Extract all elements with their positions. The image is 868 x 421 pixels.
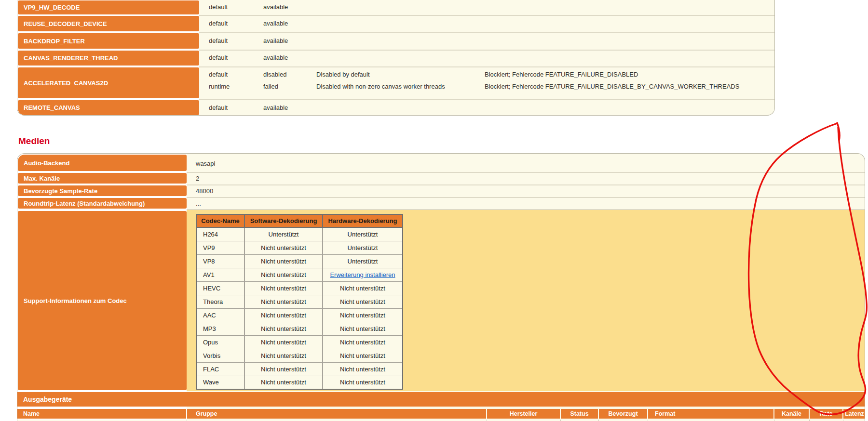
out-col-gruppe: Gruppe (187, 409, 486, 419)
row-divider (187, 184, 865, 185)
out-col-rate: Rate (810, 409, 842, 419)
codec-hardware-support: Nicht unterstützt (323, 362, 403, 376)
codec-name: FLAC (196, 362, 244, 376)
codec-row: VP8 Nicht unterstützt Unterstützt (196, 254, 403, 268)
feature-message: Disabled with non-zero canvas worker thr… (316, 83, 445, 90)
media-row-label: Bevorzugte Sample-Rate (18, 185, 187, 196)
media-row-label: Roundtrip-Latenz (Standardabweichung) (18, 198, 187, 209)
install-extension-link[interactable]: Erweiterung installieren (330, 271, 395, 278)
codec-hardware-support: Unterstützt (323, 227, 403, 241)
codec-hardware-support: Nicht unterstützt (323, 349, 403, 362)
codec-row: Theora Nicht unterstützt Nicht unterstüt… (196, 295, 403, 308)
codec-hardware-support: Nicht unterstützt (323, 308, 403, 322)
codec-hardware-support: Nicht unterstützt (323, 281, 403, 295)
codec-software-support: Nicht unterstützt (244, 376, 323, 389)
codec-name: MP3 (196, 322, 244, 335)
feature-status: available (263, 20, 288, 27)
codec-row: MP3 Nicht unterstützt Nicht unterstützt (196, 322, 403, 335)
codec-name: Opus (196, 335, 244, 349)
codec-software-support: Nicht unterstützt (244, 308, 323, 322)
codec-software-support: Nicht unterstützt (244, 322, 323, 335)
feature-label: BACKDROP_FILTER (18, 33, 199, 49)
feature-status: available (263, 104, 288, 111)
media-value: 48000 (196, 187, 213, 195)
troubleshooting-page: VP9_HW_DECODE REUSE_DECODER_DEVICE BACKD… (0, 0, 868, 421)
feature-failure-id: Blockiert; Fehlercode FEATURE_FAILURE_DI… (485, 83, 739, 90)
media-row-label-codec: Support-Informationen zum Codec (18, 211, 187, 390)
row-divider (187, 209, 865, 210)
codec-row: H264 Unterstützt Unterstützt (196, 227, 403, 241)
codec-row: Vorbis Nicht unterstützt Nicht unterstüt… (196, 349, 403, 362)
feature-source: default (209, 37, 228, 44)
media-value: ... (196, 200, 201, 207)
row-divider (199, 99, 774, 100)
feature-status: available (263, 37, 288, 44)
codec-name: H264 (196, 227, 244, 241)
codec-name: AAC (196, 308, 244, 322)
codec-name: HEVC (196, 281, 244, 295)
codec-hardware-support: Nicht unterstützt (323, 335, 403, 349)
codec-col-header: Codec-Name (196, 214, 244, 227)
row-divider (199, 32, 774, 33)
out-col-format: Format (648, 409, 773, 419)
row-divider (199, 50, 774, 51)
out-col-name: Name (17, 409, 186, 419)
codec-name: Vorbis (196, 349, 244, 362)
row-divider (187, 197, 865, 198)
codec-row: VP9 Nicht unterstützt Unterstützt (196, 241, 403, 254)
codec-software-support: Nicht unterstützt (244, 295, 323, 308)
feature-source: default (209, 3, 228, 11)
codec-row: FLAC Nicht unterstützt Nicht unterstützt (196, 362, 403, 376)
row-divider (199, 66, 774, 67)
codec-name: VP9 (196, 241, 244, 254)
feature-label: ACCELERATED_CANVAS2D (18, 67, 199, 98)
codec-support-table: Codec-Name Software-Dekodierung Hardware… (196, 214, 403, 390)
codec-row: Opus Nicht unterstützt Nicht unterstützt (196, 335, 403, 349)
feature-source: default (209, 71, 228, 78)
codec-hardware-support: Unterstützt (323, 254, 403, 268)
out-col-latenz: Latenz (843, 409, 865, 419)
codec-name: Theora (196, 295, 244, 308)
feature-failure-id: Blockiert; Fehlercode FEATURE_FAILURE_DI… (485, 71, 638, 78)
feature-source: default (209, 104, 228, 111)
media-value: wasapi (196, 160, 215, 167)
codec-hardware-support: Unterstützt (323, 241, 403, 254)
codec-software-support: Nicht unterstützt (244, 268, 323, 281)
row-divider (199, 15, 774, 16)
media-table: Audio-Backend Max. Kanäle Bevorzugte Sam… (17, 153, 865, 421)
feature-message: Disabled by default (316, 71, 370, 78)
feature-label: VP9_HW_DECODE (18, 0, 199, 14)
feature-label: REUSE_DECODER_DEVICE (18, 16, 199, 31)
codec-name: VP8 (196, 254, 244, 268)
media-row-label: Max. Kanäle (18, 173, 187, 184)
codec-hardware-support: Nicht unterstützt (323, 322, 403, 335)
feature-status: available (263, 54, 288, 61)
out-col-hersteller: Hersteller (487, 409, 560, 419)
codec-hardware-support: Nicht unterstützt (323, 295, 403, 308)
feature-source: default (209, 54, 228, 61)
codec-row: AAC Nicht unterstützt Nicht unterstützt (196, 308, 403, 322)
codec-name: Wave (196, 376, 244, 389)
codec-software-support: Nicht unterstützt (244, 362, 323, 376)
media-row-label: Audio-Backend (18, 155, 187, 171)
codec-row: HEVC Nicht unterstützt Nicht unterstützt (196, 281, 403, 295)
media-value: 2 (196, 175, 199, 182)
section-heading-medien: Medien (18, 136, 50, 146)
out-col-bevorzugt: Bevorzugt (599, 409, 647, 419)
codec-software-support: Nicht unterstützt (244, 335, 323, 349)
codec-hardware-support: Nicht unterstützt (323, 376, 403, 389)
feature-source: default (209, 20, 228, 27)
codec-software-support: Nicht unterstützt (244, 241, 323, 254)
feature-status: failed (263, 83, 278, 90)
codec-name: AV1 (196, 268, 244, 281)
feature-source: runtime (209, 83, 230, 90)
codec-row: Wave Nicht unterstützt Nicht unterstützt (196, 376, 403, 389)
codec-software-support: Nicht unterstützt (244, 349, 323, 362)
output-devices-band: Ausgabegeräte (17, 392, 865, 407)
codec-col-header: Software-Dekodierung (244, 214, 323, 227)
out-col-status: Status (561, 409, 598, 419)
graphics-features-table: VP9_HW_DECODE REUSE_DECODER_DEVICE BACKD… (17, 0, 775, 116)
codec-software-support: Unterstützt (244, 227, 323, 241)
codec-software-support: Nicht unterstützt (244, 254, 323, 268)
codec-col-header: Hardware-Dekodierung (323, 214, 403, 227)
